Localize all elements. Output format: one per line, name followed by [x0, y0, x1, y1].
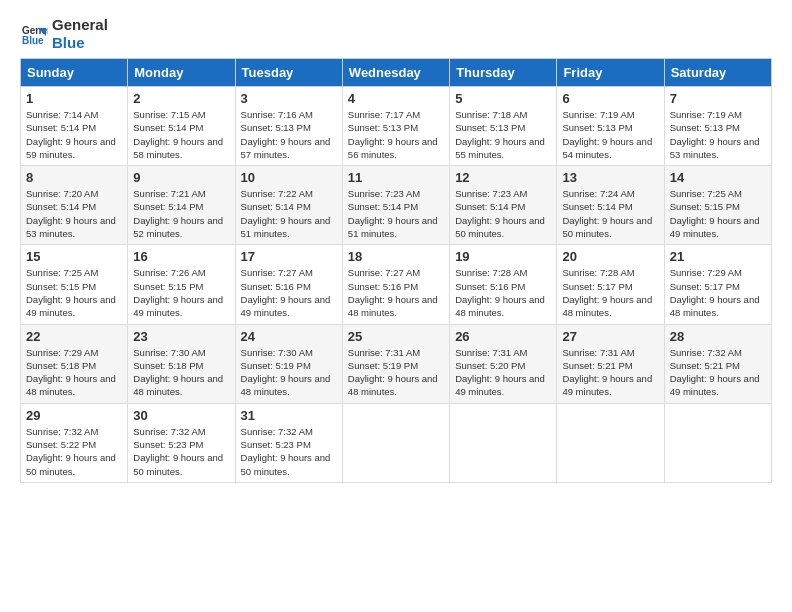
day-info: Sunrise: 7:18 AM Sunset: 5:13 PM Dayligh… [455, 108, 551, 161]
calendar-cell: 12 Sunrise: 7:23 AM Sunset: 5:14 PM Dayl… [450, 166, 557, 245]
calendar-week-5: 29 Sunrise: 7:32 AM Sunset: 5:22 PM Dayl… [21, 403, 772, 482]
day-number: 9 [133, 170, 229, 185]
calendar-cell: 30 Sunrise: 7:32 AM Sunset: 5:23 PM Dayl… [128, 403, 235, 482]
svg-text:Blue: Blue [22, 35, 44, 46]
day-info: Sunrise: 7:19 AM Sunset: 5:13 PM Dayligh… [562, 108, 658, 161]
calendar-cell: 28 Sunrise: 7:32 AM Sunset: 5:21 PM Dayl… [664, 324, 771, 403]
calendar-cell: 15 Sunrise: 7:25 AM Sunset: 5:15 PM Dayl… [21, 245, 128, 324]
day-number: 10 [241, 170, 337, 185]
header-saturday: Saturday [664, 59, 771, 87]
header-thursday: Thursday [450, 59, 557, 87]
calendar-cell: 20 Sunrise: 7:28 AM Sunset: 5:17 PM Dayl… [557, 245, 664, 324]
calendar-week-4: 22 Sunrise: 7:29 AM Sunset: 5:18 PM Dayl… [21, 324, 772, 403]
day-number: 26 [455, 329, 551, 344]
header-friday: Friday [557, 59, 664, 87]
calendar-cell: 13 Sunrise: 7:24 AM Sunset: 5:14 PM Dayl… [557, 166, 664, 245]
day-info: Sunrise: 7:26 AM Sunset: 5:15 PM Dayligh… [133, 266, 229, 319]
day-number: 3 [241, 91, 337, 106]
calendar-cell [557, 403, 664, 482]
calendar-cell [342, 403, 449, 482]
header-sunday: Sunday [21, 59, 128, 87]
day-number: 19 [455, 249, 551, 264]
day-info: Sunrise: 7:32 AM Sunset: 5:23 PM Dayligh… [133, 425, 229, 478]
calendar-cell [450, 403, 557, 482]
day-number: 28 [670, 329, 766, 344]
calendar-cell: 26 Sunrise: 7:31 AM Sunset: 5:20 PM Dayl… [450, 324, 557, 403]
calendar-cell: 22 Sunrise: 7:29 AM Sunset: 5:18 PM Dayl… [21, 324, 128, 403]
calendar-cell: 16 Sunrise: 7:26 AM Sunset: 5:15 PM Dayl… [128, 245, 235, 324]
calendar-cell: 24 Sunrise: 7:30 AM Sunset: 5:19 PM Dayl… [235, 324, 342, 403]
day-number: 14 [670, 170, 766, 185]
day-info: Sunrise: 7:23 AM Sunset: 5:14 PM Dayligh… [455, 187, 551, 240]
day-info: Sunrise: 7:32 AM Sunset: 5:21 PM Dayligh… [670, 346, 766, 399]
logo: General Blue General Blue [20, 16, 108, 52]
day-number: 17 [241, 249, 337, 264]
header-monday: Monday [128, 59, 235, 87]
day-number: 24 [241, 329, 337, 344]
calendar-week-3: 15 Sunrise: 7:25 AM Sunset: 5:15 PM Dayl… [21, 245, 772, 324]
day-number: 6 [562, 91, 658, 106]
day-number: 31 [241, 408, 337, 423]
day-info: Sunrise: 7:31 AM Sunset: 5:21 PM Dayligh… [562, 346, 658, 399]
day-number: 22 [26, 329, 122, 344]
day-number: 4 [348, 91, 444, 106]
calendar-cell: 19 Sunrise: 7:28 AM Sunset: 5:16 PM Dayl… [450, 245, 557, 324]
day-info: Sunrise: 7:23 AM Sunset: 5:14 PM Dayligh… [348, 187, 444, 240]
day-info: Sunrise: 7:25 AM Sunset: 5:15 PM Dayligh… [670, 187, 766, 240]
day-number: 13 [562, 170, 658, 185]
day-number: 21 [670, 249, 766, 264]
day-number: 5 [455, 91, 551, 106]
day-info: Sunrise: 7:32 AM Sunset: 5:23 PM Dayligh… [241, 425, 337, 478]
day-info: Sunrise: 7:28 AM Sunset: 5:17 PM Dayligh… [562, 266, 658, 319]
day-number: 16 [133, 249, 229, 264]
day-info: Sunrise: 7:24 AM Sunset: 5:14 PM Dayligh… [562, 187, 658, 240]
day-info: Sunrise: 7:30 AM Sunset: 5:18 PM Dayligh… [133, 346, 229, 399]
calendar-cell: 9 Sunrise: 7:21 AM Sunset: 5:14 PM Dayli… [128, 166, 235, 245]
day-info: Sunrise: 7:27 AM Sunset: 5:16 PM Dayligh… [348, 266, 444, 319]
calendar-cell: 6 Sunrise: 7:19 AM Sunset: 5:13 PM Dayli… [557, 87, 664, 166]
calendar-cell: 8 Sunrise: 7:20 AM Sunset: 5:14 PM Dayli… [21, 166, 128, 245]
day-number: 2 [133, 91, 229, 106]
day-info: Sunrise: 7:31 AM Sunset: 5:20 PM Dayligh… [455, 346, 551, 399]
day-number: 12 [455, 170, 551, 185]
day-info: Sunrise: 7:28 AM Sunset: 5:16 PM Dayligh… [455, 266, 551, 319]
calendar-cell: 18 Sunrise: 7:27 AM Sunset: 5:16 PM Dayl… [342, 245, 449, 324]
calendar-cell: 31 Sunrise: 7:32 AM Sunset: 5:23 PM Dayl… [235, 403, 342, 482]
day-info: Sunrise: 7:20 AM Sunset: 5:14 PM Dayligh… [26, 187, 122, 240]
calendar-cell: 14 Sunrise: 7:25 AM Sunset: 5:15 PM Dayl… [664, 166, 771, 245]
day-number: 29 [26, 408, 122, 423]
calendar-cell: 29 Sunrise: 7:32 AM Sunset: 5:22 PM Dayl… [21, 403, 128, 482]
header-wednesday: Wednesday [342, 59, 449, 87]
day-number: 11 [348, 170, 444, 185]
day-info: Sunrise: 7:32 AM Sunset: 5:22 PM Dayligh… [26, 425, 122, 478]
calendar-cell: 17 Sunrise: 7:27 AM Sunset: 5:16 PM Dayl… [235, 245, 342, 324]
calendar-cell: 4 Sunrise: 7:17 AM Sunset: 5:13 PM Dayli… [342, 87, 449, 166]
day-number: 20 [562, 249, 658, 264]
day-info: Sunrise: 7:15 AM Sunset: 5:14 PM Dayligh… [133, 108, 229, 161]
day-info: Sunrise: 7:29 AM Sunset: 5:17 PM Dayligh… [670, 266, 766, 319]
day-number: 27 [562, 329, 658, 344]
day-number: 30 [133, 408, 229, 423]
day-info: Sunrise: 7:19 AM Sunset: 5:13 PM Dayligh… [670, 108, 766, 161]
logo-text: General Blue [52, 16, 108, 52]
logo-icon: General Blue [20, 20, 48, 48]
calendar-week-1: 1 Sunrise: 7:14 AM Sunset: 5:14 PM Dayli… [21, 87, 772, 166]
calendar-cell: 3 Sunrise: 7:16 AM Sunset: 5:13 PM Dayli… [235, 87, 342, 166]
calendar-cell: 27 Sunrise: 7:31 AM Sunset: 5:21 PM Dayl… [557, 324, 664, 403]
day-info: Sunrise: 7:21 AM Sunset: 5:14 PM Dayligh… [133, 187, 229, 240]
calendar-cell: 10 Sunrise: 7:22 AM Sunset: 5:14 PM Dayl… [235, 166, 342, 245]
calendar-cell: 25 Sunrise: 7:31 AM Sunset: 5:19 PM Dayl… [342, 324, 449, 403]
day-number: 18 [348, 249, 444, 264]
day-number: 23 [133, 329, 229, 344]
calendar-cell: 11 Sunrise: 7:23 AM Sunset: 5:14 PM Dayl… [342, 166, 449, 245]
day-info: Sunrise: 7:30 AM Sunset: 5:19 PM Dayligh… [241, 346, 337, 399]
calendar-cell: 7 Sunrise: 7:19 AM Sunset: 5:13 PM Dayli… [664, 87, 771, 166]
calendar-week-2: 8 Sunrise: 7:20 AM Sunset: 5:14 PM Dayli… [21, 166, 772, 245]
day-info: Sunrise: 7:14 AM Sunset: 5:14 PM Dayligh… [26, 108, 122, 161]
day-info: Sunrise: 7:29 AM Sunset: 5:18 PM Dayligh… [26, 346, 122, 399]
day-number: 8 [26, 170, 122, 185]
header: General Blue General Blue [20, 16, 772, 52]
calendar-cell: 1 Sunrise: 7:14 AM Sunset: 5:14 PM Dayli… [21, 87, 128, 166]
day-info: Sunrise: 7:17 AM Sunset: 5:13 PM Dayligh… [348, 108, 444, 161]
day-info: Sunrise: 7:31 AM Sunset: 5:19 PM Dayligh… [348, 346, 444, 399]
